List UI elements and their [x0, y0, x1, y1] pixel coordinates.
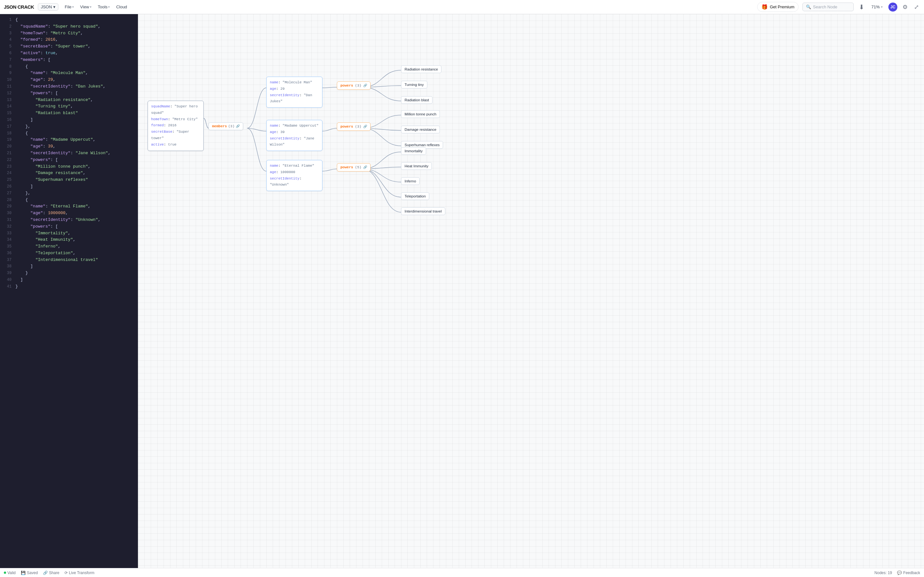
power-item: Teleportation [401, 192, 429, 200]
graph-node: name: "Eternal Flame" age: 1000000 secre… [266, 160, 322, 191]
json-editor[interactable]: 1{2 "squadName": "Super hero squad",3 "h… [0, 14, 138, 568]
line-content: "name": "Madame Uppercut", [15, 137, 135, 143]
editor-line: 27 }, [0, 190, 137, 197]
powers-count: (3) [355, 84, 362, 87]
settings-icon[interactable]: ⚙ [901, 2, 909, 12]
saved-status: 💾 Saved [21, 571, 38, 575]
format-selector[interactable]: JSON ▾ [38, 3, 58, 11]
line-number: 4 [3, 37, 11, 43]
editor-line: 13 "Radiation resistance", [0, 97, 137, 103]
line-content: "powers": [ [15, 90, 135, 97]
line-content: "Damage resistance", [15, 170, 135, 177]
powers-count: (5) [355, 165, 362, 169]
nodes-label: Nodes: 19 [875, 571, 892, 575]
line-number: 18 [3, 131, 11, 137]
line-content: "Radiation resistance", [15, 97, 135, 103]
share-label: Share [49, 571, 59, 575]
download-button[interactable]: ⬇ [858, 2, 866, 12]
powers-array-button[interactable]: powers (3) 🔗 [337, 122, 371, 131]
connections-svg [138, 14, 924, 568]
editor-line: 16 ] [0, 117, 137, 123]
valid-dot [4, 572, 6, 574]
editor-line: 19 "name": "Madame Uppercut", [0, 137, 137, 143]
line-content: "secretIdentity": "Unknown", [15, 217, 135, 223]
line-content: "age": 1000000, [15, 210, 135, 217]
line-content: } [15, 284, 135, 290]
editor-line: 7 "members": [ [0, 57, 137, 63]
line-content: "Superhuman reflexes" [15, 177, 135, 183]
editor-line: 23 "Million tonne punch", [0, 163, 137, 170]
editor-line: 6 "active": true, [0, 50, 137, 57]
editor-line: 18 { [0, 130, 137, 137]
editor-line: 37 "Interdimensional travel" [0, 257, 137, 263]
live-transform-status[interactable]: ⟳ Live Transform [65, 571, 94, 575]
line-content: "secretIdentity": "Dan Jukes", [15, 83, 135, 90]
line-content: "Turning tiny", [15, 103, 135, 110]
line-number: 1 [3, 17, 11, 23]
line-content: "name": "Eternal Flame", [15, 203, 135, 210]
share-status[interactable]: 🔗 Share [43, 571, 59, 575]
line-content: "formed": 2016, [15, 37, 135, 43]
tools-menu[interactable]: Tools ▾ [95, 3, 112, 11]
app-logo: JSON CRACK [4, 4, 34, 10]
feedback-icon: 💬 [897, 571, 902, 575]
graph-node: name: "Madame Uppercut" age: 39 secretId… [266, 120, 322, 151]
line-content: "homeTown": "Metro City", [15, 30, 135, 37]
zoom-control[interactable]: 71% ▾ [869, 3, 885, 11]
premium-button[interactable]: 🎁 Get Premium [757, 2, 798, 12]
line-number: 29 [3, 203, 11, 210]
line-number: 10 [3, 77, 11, 83]
graph-canvas[interactable]: squadName: "Super hero squad" homeTown: … [138, 14, 924, 568]
line-content: "members": [ [15, 57, 135, 63]
editor-line: 31 "secretIdentity": "Unknown", [0, 217, 137, 223]
power-item: Immortality [401, 147, 426, 155]
chevron-down-icon: ▾ [881, 5, 883, 9]
line-content: "name": "Molecule Man", [15, 70, 135, 77]
search-icon: 🔍 [806, 5, 811, 9]
search-box[interactable]: 🔍 Search Node [803, 3, 854, 11]
powers-array-button[interactable]: powers (5) 🔗 [337, 163, 371, 171]
editor-line: 22 "powers": [ [0, 157, 137, 163]
power-item: Radiation blast [401, 96, 433, 104]
line-number: 41 [3, 284, 11, 290]
line-number: 24 [3, 170, 11, 176]
view-menu[interactable]: View ▾ [78, 3, 94, 11]
line-number: 36 [3, 250, 11, 256]
editor-line: 4 "formed": 2016, [0, 37, 137, 43]
members-label: members [212, 124, 227, 128]
line-number: 5 [3, 44, 11, 50]
editor-line: 38 ] [0, 263, 137, 270]
line-number: 26 [3, 184, 11, 190]
header: JSON CRACK JSON ▾ File ▾ View ▾ Tools ▾ … [0, 0, 924, 14]
link-icon: 🔗 [363, 125, 367, 129]
line-number: 32 [3, 224, 11, 230]
editor-line: 12 "powers": [ [0, 90, 137, 97]
line-content: "powers": [ [15, 157, 135, 163]
line-content: ] [15, 277, 135, 284]
expand-icon[interactable]: ⤢ [913, 2, 920, 12]
line-content: "Million tonne punch", [15, 163, 135, 170]
line-content: { [15, 130, 135, 137]
line-number: 13 [3, 97, 11, 103]
editor-line: 41} [0, 284, 137, 290]
powers-array-button[interactable]: powers (3) 🔗 [337, 81, 371, 90]
chevron-icon: ▾ [90, 5, 91, 9]
link-icon: 🔗 [236, 124, 240, 128]
power-item: Heat Immunity [401, 162, 432, 170]
line-content: "Inferno", [15, 243, 135, 250]
editor-line: 34 "Heat Immunity", [0, 237, 137, 243]
line-number: 17 [3, 124, 11, 130]
members-array-button[interactable]: members (3) 🔗 [208, 122, 243, 130]
save-icon: 💾 [21, 571, 26, 575]
line-number: 20 [3, 143, 11, 150]
feedback-button[interactable]: 💬 Feedback [897, 571, 920, 575]
editor-line: 36 "Teleportation", [0, 250, 137, 257]
avatar[interactable]: JC [888, 3, 897, 11]
line-number: 31 [3, 217, 11, 223]
line-number: 12 [3, 90, 11, 97]
line-number: 25 [3, 177, 11, 183]
line-content: "age": 39, [15, 143, 135, 150]
file-menu[interactable]: File ▾ [62, 3, 76, 11]
cloud-menu[interactable]: Cloud [113, 3, 129, 11]
main-menu: File ▾ View ▾ Tools ▾ Cloud [62, 3, 129, 11]
